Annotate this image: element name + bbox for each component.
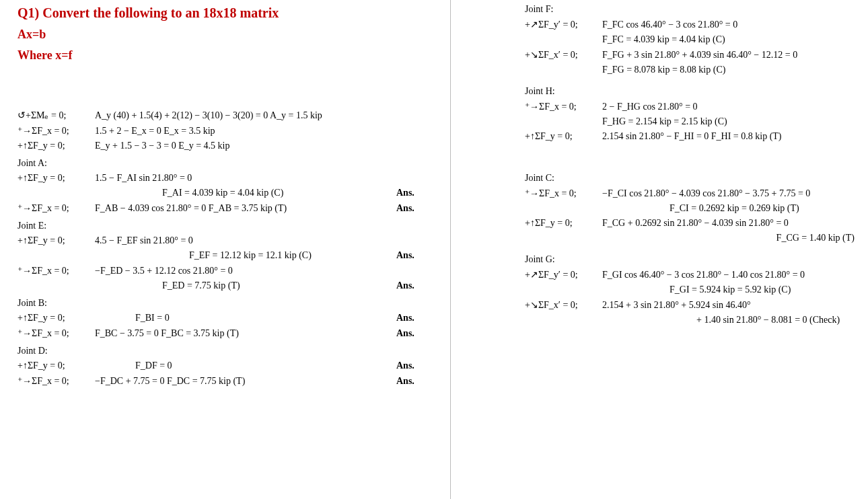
expr: F_HG = 2.154 kip = 2.15 kip (C) (602, 116, 855, 127)
answer-label: Ans. (396, 250, 437, 261)
label: ⁺→ΣF_x = 0; (17, 328, 95, 339)
label: +↑ΣF_y = 0; (17, 235, 95, 246)
expr: F_BI = 0 (95, 313, 396, 323)
label: +↘ΣF_x′ = 0; (525, 49, 602, 61)
joint-A-eq3: ⁺→ΣF_x = 0; F_AB − 4.039 cos 21.80° = 0 … (17, 202, 437, 214)
label: +↗ΣF_y′ = 0; (525, 269, 602, 280)
joint-F-eq1: +↗ΣF_y′ = 0; F_FC cos 46.40° − 3 cos 21.… (525, 19, 855, 30)
question-title: Q1) Convert the following to an 18x18 ma… (17, 5, 437, 21)
joint-A-eq1: +↑ΣF_y = 0; 1.5 − F_AI sin 21.80° = 0 (17, 173, 437, 184)
label: +↗ΣF_y′ = 0; (525, 19, 602, 30)
joint-C-eq1: ⁺→ΣF_x = 0; −F_CI cos 21.80° − 4.039 cos… (525, 188, 855, 199)
answer-label: Ans. (396, 313, 437, 323)
expr: 1.5 − F_AI sin 21.80° = 0 (95, 173, 437, 184)
joint-E-eq1: +↑ΣF_y = 0; 4.5 − F_EF sin 21.80° = 0 (17, 235, 437, 246)
joint-C-header: Joint C: (525, 173, 855, 184)
expr: 4.5 − F_EF sin 21.80° = 0 (95, 235, 437, 246)
expr: 2.154 + 3 sin 21.80° + 5.924 sin 46.40° (602, 300, 855, 311)
joint-G-eq2: F_GI = 5.924 kip = 5.92 kip (C) (525, 284, 855, 295)
expr: −F_DC + 7.75 = 0 F_DC = 7.75 kip (T) (95, 376, 396, 387)
label: ⁺→ΣF_x = 0; (17, 375, 95, 387)
joint-D-header: Joint D: (17, 346, 437, 356)
answer-label: Ans. (396, 328, 437, 339)
left-column: Q1) Convert the following to an 18x18 ma… (0, 0, 451, 499)
label: +↑ΣF_y = 0; (17, 313, 95, 323)
joint-H-eq2: F_HG = 2.154 kip = 2.15 kip (C) (525, 116, 855, 127)
joint-C-eq3: +↑ΣF_y = 0; F_CG + 0.2692 sin 21.80° − 4… (525, 218, 855, 229)
expr: F_CI = 0.2692 kip = 0.269 kip (T) (602, 203, 855, 214)
answer-label: Ans. (396, 376, 437, 387)
joint-H-header: Joint H: (525, 86, 855, 97)
expr: F_AB − 4.039 cos 21.80° = 0 F_AB = 3.75 … (95, 203, 396, 214)
expr: 2.154 sin 21.80° − F_HI = 0 F_HI = 0.8 k… (602, 131, 855, 142)
expr: F_FG + 3 sin 21.80° + 4.039 sin 46.40° −… (602, 50, 855, 61)
answer-label: Ans. (396, 360, 437, 371)
joint-G-eq3: +↘ΣF_x′ = 0; 2.154 + 3 sin 21.80° + 5.92… (525, 299, 855, 311)
expr: F_CG + 0.2692 sin 21.80° − 4.039 sin 21.… (602, 218, 855, 229)
expr: F_GI cos 46.40° − 3 cos 21.80° − 1.40 co… (602, 270, 855, 280)
label: +↑ΣF_y = 0; (525, 218, 602, 229)
joint-A-eq2: F_AI = 4.039 kip = 4.04 kip (C) Ans. (17, 188, 437, 198)
expr: F_FC = 4.039 kip = 4.04 kip (C) (602, 34, 855, 45)
joint-G-eq1: +↗ΣF_y′ = 0; F_GI cos 46.40° − 3 cos 21.… (525, 269, 855, 280)
joint-C-eq4: F_CG = 1.40 kip (T) (525, 233, 855, 243)
answer-label: Ans. (396, 203, 437, 214)
expr: F_DF = 0 (95, 360, 396, 371)
label: ↺+ΣMₑ = 0; (17, 110, 95, 121)
joint-B-header: Joint B: (17, 298, 437, 309)
label: ⁺→ΣF_x = 0; (17, 202, 95, 214)
label: +↑ΣF_y = 0; (525, 131, 602, 142)
expr: 1.5 + 2 − E_x = 0 E_x = 3.5 kip (95, 126, 437, 137)
answer-label: Ans. (396, 188, 437, 198)
label: +↘ΣF_x′ = 0; (525, 299, 602, 311)
label: ⁺→ΣF_x = 0; (525, 101, 602, 112)
joint-A-header: Joint A: (17, 158, 437, 169)
joint-D-eq1: +↑ΣF_y = 0; F_DF = 0 Ans. (17, 360, 437, 371)
eq-sumFx: ⁺→ΣF_x = 0; 1.5 + 2 − E_x = 0 E_x = 3.5 … (17, 125, 437, 137)
joint-D-eq2: ⁺→ΣF_x = 0; −F_DC + 7.75 = 0 F_DC = 7.75… (17, 375, 437, 387)
answer-label: Ans. (396, 280, 437, 291)
expr: + 1.40 sin 21.80° − 8.081 = 0 (Check) (602, 315, 855, 325)
joint-H-eq3: +↑ΣF_y = 0; 2.154 sin 21.80° − F_HI = 0 … (525, 131, 855, 142)
label: ⁺→ΣF_x = 0; (17, 125, 95, 137)
joint-C-eq2: F_CI = 0.2692 kip = 0.269 kip (T) (525, 203, 855, 214)
eq-moment-E: ↺+ΣMₑ = 0; A_y (40) + 1.5(4) + 2(12) − 3… (17, 110, 437, 121)
joint-G-header: Joint G: (525, 254, 855, 265)
joint-F-eq3: +↘ΣF_x′ = 0; F_FG + 3 sin 21.80° + 4.039… (525, 49, 855, 61)
question-equation: Ax=b (17, 28, 437, 42)
expr: F_BC − 3.75 = 0 F_BC = 3.75 kip (T) (95, 328, 396, 339)
joint-E-eq2: F_EF = 12.12 kip = 12.1 kip (C) Ans. (17, 250, 437, 261)
expr: F_FC cos 46.40° − 3 cos 21.80° = 0 (602, 20, 855, 30)
label: +↑ΣF_y = 0; (17, 360, 95, 371)
joint-B-eq1: +↑ΣF_y = 0; F_BI = 0 Ans. (17, 313, 437, 323)
expr: F_CG = 1.40 kip (T) (602, 233, 855, 243)
joint-H-eq1: ⁺→ΣF_x = 0; 2 − F_HG cos 21.80° = 0 (525, 101, 855, 112)
expr: −F_CI cos 21.80° − 4.039 cos 21.80° − 3.… (602, 188, 855, 199)
expr: F_EF = 12.12 kip = 12.1 kip (C) (95, 250, 396, 261)
joint-F-header: Joint F: (525, 4, 855, 15)
joint-F-eq2: F_FC = 4.039 kip = 4.04 kip (C) (525, 34, 855, 45)
expr: F_FG = 8.078 kip = 8.08 kip (C) (602, 65, 855, 75)
expr: 2 − F_HG cos 21.80° = 0 (602, 102, 855, 112)
expr: F_AI = 4.039 kip = 4.04 kip (C) (95, 188, 396, 198)
expr: F_GI = 5.924 kip = 5.92 kip (C) (602, 284, 855, 295)
expr: F_ED = 7.75 kip (T) (95, 280, 396, 291)
right-column: Joint F: +↗ΣF_y′ = 0; F_FC cos 46.40° − … (451, 0, 868, 499)
label: ⁺→ΣF_x = 0; (525, 188, 602, 199)
expr: A_y (40) + 1.5(4) + 2(12) − 3(10) − 3(20… (95, 110, 437, 121)
question-where: Where x=f (17, 48, 437, 63)
label: +↑ΣF_y = 0; (17, 141, 95, 151)
expr: −F_ED − 3.5 + 12.12 cos 21.80° = 0 (95, 266, 437, 276)
joint-B-eq2: ⁺→ΣF_x = 0; F_BC − 3.75 = 0 F_BC = 3.75 … (17, 328, 437, 339)
joint-G-eq4: + 1.40 sin 21.80° − 8.081 = 0 (Check) (525, 315, 855, 325)
joint-E-eq4: F_ED = 7.75 kip (T) Ans. (17, 280, 437, 291)
joint-E-header: Joint E: (17, 221, 437, 231)
joint-F-eq4: F_FG = 8.078 kip = 8.08 kip (C) (525, 65, 855, 75)
label: +↑ΣF_y = 0; (17, 173, 95, 184)
eq-sumFy: +↑ΣF_y = 0; E_y + 1.5 − 3 − 3 = 0 E_y = … (17, 141, 437, 151)
label: ⁺→ΣF_x = 0; (17, 265, 95, 276)
page: Q1) Convert the following to an 18x18 ma… (0, 0, 868, 499)
joint-E-eq3: ⁺→ΣF_x = 0; −F_ED − 3.5 + 12.12 cos 21.8… (17, 265, 437, 276)
expr: E_y + 1.5 − 3 − 3 = 0 E_y = 4.5 kip (95, 141, 437, 151)
